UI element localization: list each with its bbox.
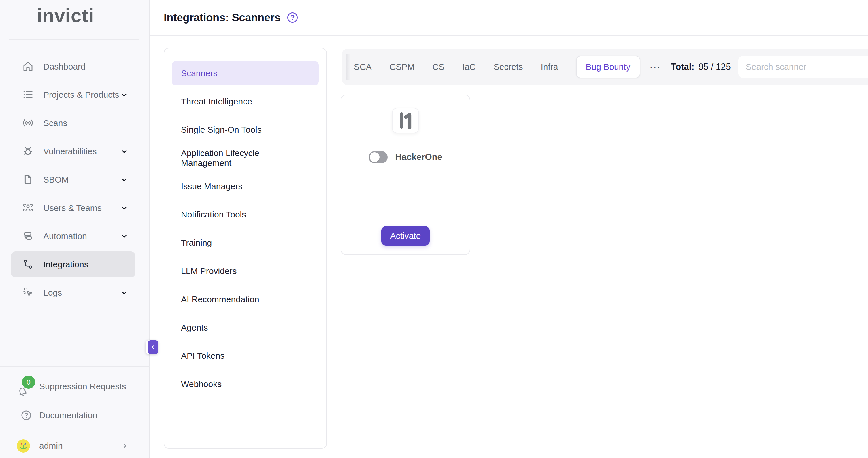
tab-bug-bounty[interactable]: Bug Bounty bbox=[576, 56, 640, 78]
sidebar-item-automation[interactable]: Automation bbox=[0, 222, 149, 250]
toggle-knob bbox=[370, 152, 379, 162]
chevron-down-icon bbox=[120, 232, 128, 240]
menu-item-ai-recommendation[interactable]: AI Recommendation bbox=[172, 287, 319, 312]
tabs-overflow-shadow bbox=[346, 54, 350, 80]
sidebar-item-vulnerabilities[interactable]: Vulnerabilities bbox=[0, 137, 149, 166]
scanner-total: Total:95 / 125 bbox=[671, 62, 731, 72]
sidebar-item-label: Projects & Products bbox=[43, 90, 119, 100]
bug-icon bbox=[22, 145, 35, 158]
hackerone-toggle[interactable] bbox=[369, 151, 388, 163]
sidebar-item-label: admin bbox=[39, 441, 63, 451]
scanner-total-value: 95 / 125 bbox=[699, 62, 731, 72]
sidebar-item-scans[interactable]: Scans bbox=[0, 109, 149, 137]
chevron-left-icon bbox=[148, 340, 158, 354]
sidebar-item-label: Dashboard bbox=[43, 62, 86, 71]
sidebar-item-integrations[interactable]: Integrations bbox=[11, 252, 135, 278]
tab-cspm[interactable]: CSPM bbox=[390, 62, 415, 72]
scanner-card-hackerone: HackerOne Activate bbox=[341, 94, 470, 255]
tab-iac[interactable]: IaC bbox=[462, 62, 476, 72]
menu-item-notification-tools[interactable]: Notification Tools bbox=[172, 202, 319, 227]
scan-waves-icon bbox=[22, 117, 35, 130]
sidebar-item-label: Documentation bbox=[39, 410, 97, 420]
sidebar-nav: Dashboard Projects & Products Scans Vuln… bbox=[0, 53, 149, 307]
logo-divider bbox=[9, 39, 139, 40]
tab-infra[interactable]: Infra bbox=[540, 62, 558, 72]
activate-button[interactable]: Activate bbox=[381, 226, 430, 246]
sidebar: invicti Dashboard Projects & Products Sc… bbox=[0, 0, 150, 458]
menu-item-single-sign-on-tools[interactable]: Single Sign-On Tools bbox=[172, 118, 319, 142]
admin-avatar bbox=[17, 439, 30, 453]
users-icon bbox=[22, 202, 35, 214]
tab-secrets[interactable]: Secrets bbox=[494, 62, 523, 72]
scanner-name: HackerOne bbox=[395, 152, 442, 162]
menu-item-training[interactable]: Training bbox=[172, 231, 319, 255]
sidebar-item-label: Logs bbox=[43, 288, 62, 298]
menu-item-threat-intelligence[interactable]: Threat Intelligence bbox=[172, 89, 319, 114]
hackerone-logo bbox=[392, 108, 419, 133]
integrations-icon bbox=[22, 258, 35, 271]
integrations-menu-panel: Scanners Threat Intelligence Single Sign… bbox=[164, 48, 327, 449]
scanner-search bbox=[738, 56, 868, 78]
sidebar-item-admin[interactable]: admin bbox=[0, 432, 150, 458]
menu-item-llm-providers[interactable]: LLM Providers bbox=[172, 259, 319, 283]
scanner-tabs-bar: SCA CSPM CS IaC Secrets Infra Bug Bounty… bbox=[342, 49, 868, 85]
suppression-count-badge: 0 bbox=[22, 375, 35, 389]
automation-icon bbox=[22, 230, 35, 242]
sidebar-item-label: Scans bbox=[43, 118, 67, 128]
scanner-total-label: Total: bbox=[671, 62, 694, 72]
invicti-logo: invicti bbox=[37, 5, 94, 27]
home-icon bbox=[22, 60, 35, 73]
sidebar-item-label: Users & Teams bbox=[43, 203, 102, 213]
sidebar-collapse-button[interactable] bbox=[146, 340, 158, 354]
sidebar-bottom-divider bbox=[0, 366, 150, 367]
document-icon bbox=[22, 173, 35, 186]
menu-item-issue-managers[interactable]: Issue Managers bbox=[172, 174, 319, 198]
menu-item-webhooks[interactable]: Webhooks bbox=[172, 372, 319, 396]
sidebar-item-label: Suppression Requests bbox=[39, 381, 126, 391]
chevron-down-icon bbox=[120, 147, 128, 156]
page-help-icon[interactable]: ? bbox=[287, 12, 298, 23]
tab-cs[interactable]: CS bbox=[432, 62, 444, 72]
sidebar-item-label: Integrations bbox=[43, 260, 89, 269]
chevron-down-icon bbox=[120, 204, 128, 212]
sidebar-item-dashboard[interactable]: Dashboard bbox=[0, 53, 149, 81]
menu-item-api-tokens[interactable]: API Tokens bbox=[172, 344, 319, 368]
sidebar-item-users-teams[interactable]: Users & Teams bbox=[0, 194, 149, 222]
sidebar-item-documentation[interactable]: Documentation bbox=[0, 401, 150, 429]
sidebar-item-sbom[interactable]: SBOM bbox=[0, 166, 149, 194]
tab-sca[interactable]: SCA bbox=[354, 62, 372, 72]
chevron-down-icon bbox=[120, 91, 128, 99]
search-scanner-input[interactable] bbox=[738, 56, 865, 78]
help-circle-icon bbox=[20, 409, 32, 421]
sidebar-item-label: Automation bbox=[43, 231, 87, 241]
bell-icon: 0 bbox=[17, 375, 41, 397]
list-icon bbox=[22, 89, 35, 101]
sidebar-item-label: SBOM bbox=[43, 175, 69, 184]
scanner-toggle-row: HackerOne bbox=[341, 151, 470, 163]
pointer-click-icon bbox=[22, 286, 35, 299]
search-button[interactable] bbox=[865, 56, 868, 78]
chevron-down-icon bbox=[120, 288, 128, 297]
chevron-right-icon bbox=[120, 441, 129, 450]
sidebar-item-suppression-requests[interactable]: 0 Suppression Requests bbox=[0, 373, 150, 400]
page-header: Integrations: Scanners ? bbox=[150, 0, 868, 36]
menu-item-scanners[interactable]: Scanners bbox=[172, 61, 319, 85]
sidebar-item-label: Vulnerabilities bbox=[43, 146, 97, 156]
menu-item-application-lifecycle-management[interactable]: Application Lifecycle Management bbox=[172, 146, 319, 170]
chevron-down-icon bbox=[120, 175, 128, 184]
tabs-more-button[interactable]: ··· bbox=[650, 61, 661, 73]
page-title: Integrations: Scanners bbox=[164, 11, 280, 24]
sidebar-item-logs[interactable]: Logs bbox=[0, 279, 149, 307]
menu-item-agents[interactable]: Agents bbox=[172, 316, 319, 340]
sidebar-item-projects-products[interactable]: Projects & Products bbox=[0, 81, 149, 109]
